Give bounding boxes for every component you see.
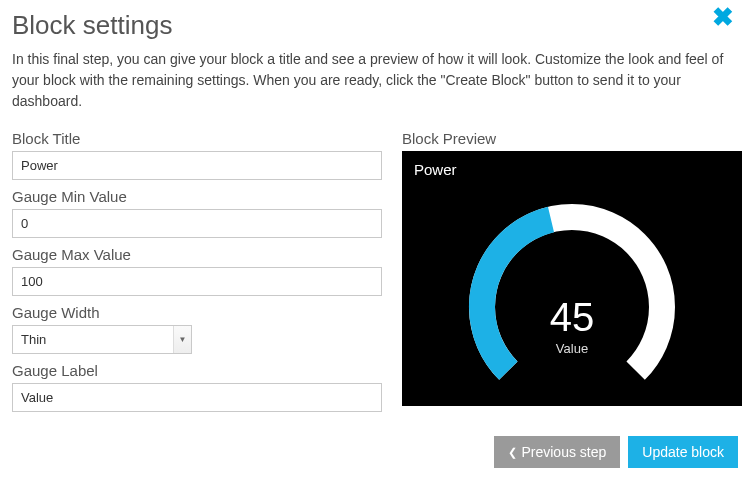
gauge-max-input[interactable] xyxy=(12,267,382,296)
gauge-width-select[interactable] xyxy=(12,325,192,354)
block-preview: Power 45 Value xyxy=(402,151,742,406)
block-preview-label: Block Preview xyxy=(402,130,742,147)
gauge-fill xyxy=(482,219,551,370)
update-block-button[interactable]: Update block xyxy=(628,436,738,468)
page-title: Block settings xyxy=(12,10,738,41)
gauge-label-label: Gauge Label xyxy=(12,362,382,379)
gauge-min-input[interactable] xyxy=(12,209,382,238)
gauge-value-label: Value xyxy=(550,341,595,356)
close-icon[interactable]: ✖ xyxy=(712,4,734,30)
block-title-label: Block Title xyxy=(12,130,382,147)
chevron-left-icon: ❮ xyxy=(508,446,517,459)
previous-step-button[interactable]: ❮ Previous step xyxy=(494,436,620,468)
gauge-label-input[interactable] xyxy=(12,383,382,412)
gauge-width-label: Gauge Width xyxy=(12,304,382,321)
gauge-min-label: Gauge Min Value xyxy=(12,188,382,205)
intro-text: In this final step, you can give your bl… xyxy=(12,49,732,112)
gauge-value: 45 xyxy=(550,297,595,337)
preview-title: Power xyxy=(414,161,730,178)
previous-step-label: Previous step xyxy=(521,444,606,460)
update-block-label: Update block xyxy=(642,444,724,460)
block-title-input[interactable] xyxy=(12,151,382,180)
gauge-max-label: Gauge Max Value xyxy=(12,246,382,263)
settings-form: Block Title Gauge Min Value Gauge Max Va… xyxy=(12,130,382,412)
